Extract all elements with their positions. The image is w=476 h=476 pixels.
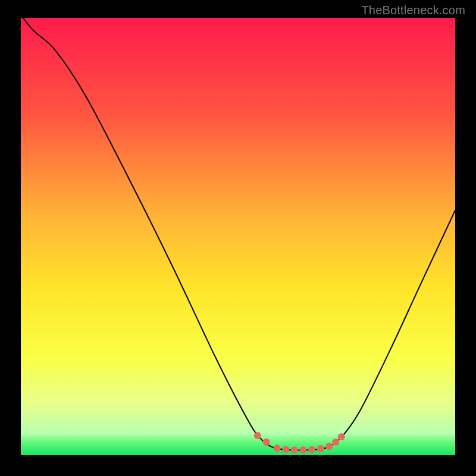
watermark-text: TheBottleneck.com [361,4,465,17]
marker-dot [332,439,339,446]
marker-dot [338,433,345,440]
marker-dot [291,446,298,453]
marker-dot [282,446,289,453]
marker-dot [262,439,270,446]
marker-dot [274,444,281,452]
marker-dot [300,446,307,453]
marker-dot [317,445,324,452]
marker-dot [254,432,261,439]
marker-dot [308,446,315,453]
bottleneck-chart [21,18,455,455]
chart-container [21,18,455,455]
marker-dot [325,443,333,450]
gradient-background [21,18,455,455]
